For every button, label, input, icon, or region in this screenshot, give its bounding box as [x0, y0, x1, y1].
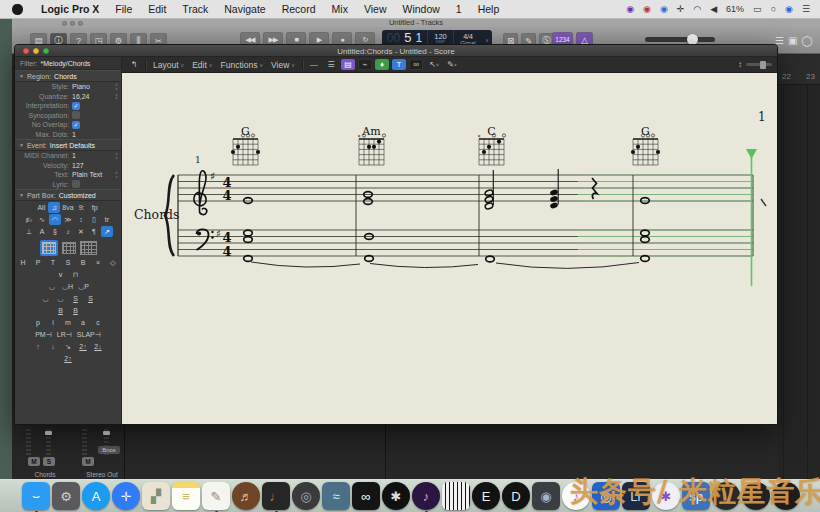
- chord-grid[interactable]: C×: [477, 125, 505, 165]
- score-menu-functions[interactable]: Functions∨: [218, 60, 267, 70]
- partbox-section-header[interactable]: ▼ Part Box: Customized: [15, 189, 121, 201]
- partbox-icon[interactable]: S: [85, 293, 97, 304]
- dock-notes-icon[interactable]: ≡: [172, 482, 200, 510]
- inspector-row[interactable]: Interpretation:: [15, 101, 121, 111]
- staff-track-name[interactable]: Chords: [134, 207, 180, 222]
- partbox-icon[interactable]: ↕: [75, 214, 87, 225]
- partbox-icon[interactable]: ◡: [40, 293, 52, 304]
- inspector-row[interactable]: MIDI Channel:1∧ ∨: [15, 151, 121, 161]
- filter-bar[interactable]: Filter: *Melody/Chords: [15, 57, 121, 70]
- mute-button[interactable]: M: [28, 457, 40, 466]
- partbox-icon[interactable]: H: [17, 257, 29, 268]
- partbox-icon[interactable]: S: [62, 257, 74, 268]
- partbox-icon[interactable]: tr: [101, 214, 113, 225]
- partbox-icon[interactable]: ↓: [47, 341, 59, 352]
- stepper[interactable]: ∧ ∨: [115, 93, 118, 100]
- view-page-button[interactable]: ▤: [341, 59, 355, 70]
- chord-symbol[interactable]: C: [487, 125, 495, 138]
- dock-preview-icon[interactable]: ▞: [142, 482, 170, 510]
- master-volume-slider[interactable]: [645, 37, 715, 42]
- dock-finder-icon[interactable]: ⌣: [22, 482, 50, 510]
- partbox-icon[interactable]: ⊓: [70, 269, 82, 280]
- dock-obs-icon[interactable]: ✱: [382, 482, 410, 510]
- score-menu-edit[interactable]: Edit∨: [189, 60, 215, 70]
- dock-dolby-app-icon[interactable]: ∞: [352, 482, 380, 510]
- bar-ruler[interactable]: 22 23: [778, 55, 820, 85]
- menu-view[interactable]: View: [356, 3, 395, 15]
- partbox-icon[interactable]: ↘: [62, 341, 74, 352]
- score-menu-view[interactable]: View∨: [268, 60, 298, 70]
- partbox-icon[interactable]: PM⊣: [34, 329, 53, 340]
- siri-icon[interactable]: ◉: [785, 5, 793, 14]
- partbox-icon[interactable]: ✕: [75, 226, 87, 237]
- apple-icon[interactable]: [12, 4, 23, 15]
- partbox-icon[interactable]: P: [32, 257, 44, 268]
- inspector-row[interactable]: No Overlap:: [15, 120, 121, 130]
- wifi-icon[interactable]: ◠: [693, 5, 701, 14]
- partbox-icon[interactable]: ▯: [88, 214, 100, 225]
- dock-d-app-icon[interactable]: D: [502, 482, 530, 510]
- region-section-header[interactable]: ▼ Region: Chords: [15, 70, 121, 82]
- partbox-icon[interactable]: ♯♭: [23, 214, 35, 225]
- battery-percentage[interactable]: 61%: [726, 5, 744, 14]
- dock-notation-app-icon[interactable]: ♪: [412, 482, 440, 510]
- vertical-zoom-icon[interactable]: ↕: [738, 60, 742, 69]
- inspector-row[interactable]: Max. Dots:1: [15, 130, 121, 140]
- partbox-icon[interactable]: All: [35, 202, 47, 213]
- partbox-icon[interactable]: ◡: [46, 281, 58, 292]
- partbox-icon[interactable]: i: [47, 317, 59, 328]
- view-linear-button[interactable]: —: [307, 59, 321, 70]
- inspector-row[interactable]: Style:Piano∧ ∨: [15, 82, 121, 92]
- inspector-row[interactable]: Syncopation:: [15, 111, 121, 121]
- chord-grid[interactable]: Am×: [357, 125, 385, 165]
- disclosure-triangle-icon[interactable]: ▼: [19, 192, 24, 198]
- partbox-icon[interactable]: LR⊣: [56, 329, 73, 340]
- partbox-icon[interactable]: ≫: [62, 214, 74, 225]
- partbox-icon[interactable]: ◡: [55, 293, 67, 304]
- partbox-icon[interactable]: SLAP⊣: [76, 329, 102, 340]
- stepper[interactable]: ∧ ∨: [115, 171, 118, 178]
- treble-clef[interactable]: [194, 171, 207, 215]
- partbox-icon[interactable]: ∿: [36, 214, 48, 225]
- partbox-icon[interactable]: fp: [89, 202, 101, 213]
- partbox-icon[interactable]: c: [92, 317, 104, 328]
- dock-performer-app-icon[interactable]: ♩: [262, 482, 290, 510]
- fader-handle[interactable]: [103, 431, 110, 435]
- status-app-red-icon[interactable]: ◉: [643, 5, 651, 14]
- checkbox[interactable]: [72, 102, 80, 110]
- link-button[interactable]: ∞: [409, 59, 423, 70]
- notification-center-icon[interactable]: ☰: [802, 5, 810, 14]
- partbox-icon[interactable]: 2↑: [62, 353, 74, 364]
- step-input-button[interactable]: T: [392, 59, 406, 70]
- score-window-titlebar[interactable]: Untitled:Chords - Untitled - Score: [15, 45, 777, 57]
- partbox-icon[interactable]: m: [62, 317, 74, 328]
- checkbox[interactable]: [72, 180, 80, 188]
- pencil-tool-button[interactable]: ✎∨: [445, 59, 459, 70]
- battery-icon[interactable]: ▭: [753, 5, 762, 14]
- dock-app-store-icon[interactable]: A: [82, 482, 110, 510]
- score-canvas[interactable]: Chords 1 1 ♯ ♯ 44 44: [122, 73, 777, 424]
- partbox-icon[interactable]: B: [70, 305, 82, 316]
- measure-1-notes[interactable]: [244, 198, 253, 262]
- solo-button[interactable]: S: [43, 457, 55, 466]
- bass-clef[interactable]: [197, 229, 214, 250]
- partbox-icon[interactable]: p: [32, 317, 44, 328]
- status-app-purple-icon[interactable]: ◉: [626, 5, 634, 14]
- chord-grid-style-selected[interactable]: [40, 240, 58, 256]
- measure-3-notes[interactable]: [484, 169, 597, 262]
- partbox-icon[interactable]: 2↑: [77, 341, 89, 352]
- menu-window[interactable]: Window: [394, 3, 447, 15]
- dock-music-learning-app-icon[interactable]: ≈: [322, 482, 350, 510]
- view-wrapped-button[interactable]: ☰: [324, 59, 338, 70]
- partbox-icon[interactable]: ♫: [48, 202, 60, 213]
- dock-camera-app-icon[interactable]: ◉: [532, 482, 560, 510]
- measure-2-notes[interactable]: [364, 192, 374, 262]
- fader-handle[interactable]: [45, 431, 52, 435]
- menu-record[interactable]: Record: [274, 3, 324, 15]
- partbox-icon[interactable]: ♪: [62, 226, 74, 237]
- partbox-icon[interactable]: ×: [92, 257, 104, 268]
- menu-file[interactable]: File: [107, 3, 140, 15]
- partbox-icon[interactable]: ◡H: [61, 281, 74, 292]
- apple-loops-button[interactable]: ◯: [801, 35, 812, 46]
- bounce-button[interactable]: Bnce: [98, 446, 120, 454]
